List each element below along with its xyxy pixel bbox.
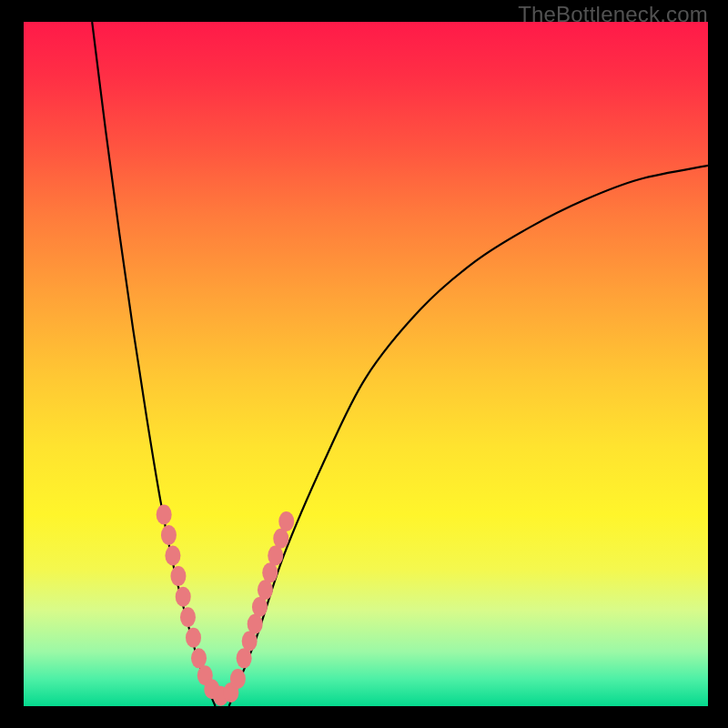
left-branch-curve (92, 22, 215, 706)
chart-container: TheBottleneck.com (0, 0, 728, 728)
watermark-text: TheBottleneck.com (518, 2, 708, 27)
bead-marker (157, 504, 172, 524)
bead-marker (170, 566, 186, 586)
bead-marker (165, 546, 180, 566)
curve-layer (24, 22, 708, 706)
bead-marker (242, 632, 258, 652)
bead-marker (252, 597, 268, 617)
bead-cluster (157, 504, 295, 705)
bead-marker (230, 669, 246, 689)
bead-marker (161, 525, 177, 545)
bead-marker (176, 587, 191, 607)
bead-marker (273, 529, 288, 549)
plot-area (24, 22, 708, 706)
bead-marker (186, 628, 201, 648)
bead-marker (278, 511, 294, 531)
bead-marker (258, 580, 273, 600)
right-branch-curve (229, 166, 708, 706)
bead-marker (262, 562, 278, 582)
bead-marker (237, 648, 252, 668)
bead-marker (180, 607, 196, 627)
bead-marker (268, 546, 283, 566)
bead-marker (248, 614, 263, 634)
bead-marker (191, 648, 207, 668)
